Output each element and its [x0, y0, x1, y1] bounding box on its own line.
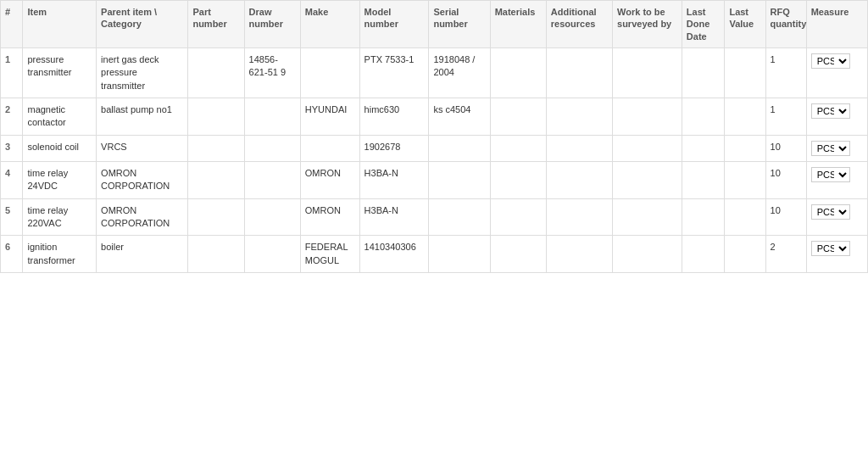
cell-item: solenoid coil: [23, 135, 97, 161]
cell-parent: OMRON CORPORATION: [97, 198, 188, 236]
cell-additional: [546, 98, 612, 136]
cell-additional: [546, 135, 612, 161]
cell-draw: [244, 98, 300, 136]
measure-select[interactable]: PCSSETMTRKGLTR: [811, 141, 850, 156]
cell-part: [188, 161, 244, 198]
cell-model: H3BA-N: [359, 198, 429, 236]
cell-part: [188, 47, 244, 98]
cell-rfq: 2: [765, 236, 806, 273]
cell-num: 3: [1, 135, 23, 161]
col-header-parent: Parent item \ Category: [97, 1, 188, 48]
measure-select[interactable]: PCSSETMTRKGLTR: [811, 103, 850, 119]
cell-make: OMRON: [300, 198, 359, 236]
measure-select[interactable]: PCSSETMTRKGLTR: [811, 241, 850, 256]
cell-item: time relay 24VDC: [23, 161, 97, 198]
cell-additional: [546, 47, 612, 98]
cell-lastdone: [682, 236, 725, 273]
cell-draw: 14856-621-51 9: [244, 47, 300, 98]
table-row: 3solenoid coilVRCS190267810PCSSETMTRKGLT…: [1, 135, 868, 161]
items-table: #ItemParent item \ CategoryPart numberDr…: [0, 0, 868, 273]
cell-model: PTX 7533-1: [359, 47, 429, 98]
col-header-serial: Serial number: [429, 1, 490, 48]
col-header-num: #: [1, 1, 23, 48]
cell-parent: boiler: [97, 236, 188, 273]
cell-lastdone: [682, 161, 725, 198]
table-row: 5time relay 220VACOMRON CORPORATIONOMRON…: [1, 198, 868, 236]
col-header-additional: Additional resources: [546, 1, 612, 48]
cell-make: FEDERAL MOGUL: [300, 236, 359, 273]
measure-select[interactable]: PCSSETMTRKGLTR: [811, 204, 850, 220]
cell-rfq: 1: [765, 47, 806, 98]
cell-rfq: 1: [765, 98, 806, 136]
cell-lastval: [725, 236, 765, 273]
cell-serial: ks c4504: [429, 98, 490, 136]
cell-make: [300, 47, 359, 98]
cell-lastval: [725, 161, 765, 198]
table-header-row: #ItemParent item \ CategoryPart numberDr…: [1, 1, 868, 48]
cell-make: [300, 135, 359, 161]
cell-draw: [244, 161, 300, 198]
cell-lastval: [725, 98, 765, 136]
col-header-lastval: Last Value: [725, 1, 765, 48]
cell-item: ignition transformer: [23, 236, 97, 273]
cell-materials: [490, 47, 546, 98]
cell-lastdone: [682, 135, 725, 161]
cell-part: [188, 135, 244, 161]
cell-serial: 1918048 / 2004: [429, 47, 490, 98]
cell-workto: [613, 236, 682, 273]
cell-num: 2: [1, 98, 23, 136]
cell-item: magnetic contactor: [23, 98, 97, 136]
cell-workto: [613, 98, 682, 136]
cell-measure[interactable]: PCSSETMTRKGLTR: [806, 98, 867, 136]
cell-parent: VRCS: [97, 135, 188, 161]
table-row: 4time relay 24VDCOMRON CORPORATIONOMRONH…: [1, 161, 868, 198]
cell-rfq: 10: [765, 198, 806, 236]
col-header-model: Model number: [359, 1, 429, 48]
cell-draw: [244, 236, 300, 273]
cell-serial: [429, 135, 490, 161]
cell-lastdone: [682, 198, 725, 236]
col-header-materials: Materials: [490, 1, 546, 48]
cell-additional: [546, 198, 612, 236]
cell-make: OMRON: [300, 161, 359, 198]
cell-draw: [244, 135, 300, 161]
col-header-item: Item: [23, 1, 97, 48]
cell-measure[interactable]: PCSSETMTRKGLTR: [806, 135, 867, 161]
cell-draw: [244, 198, 300, 236]
cell-model: himc630: [359, 98, 429, 136]
cell-additional: [546, 236, 612, 273]
cell-measure[interactable]: PCSSETMTRKGLTR: [806, 198, 867, 236]
cell-part: [188, 198, 244, 236]
cell-measure[interactable]: PCSSETMTRKGLTR: [806, 47, 867, 98]
cell-part: [188, 98, 244, 136]
cell-serial: [429, 161, 490, 198]
measure-select[interactable]: PCSSETMTRKGLTR: [811, 167, 850, 182]
cell-make: HYUNDAI: [300, 98, 359, 136]
cell-lastdone: [682, 98, 725, 136]
cell-lastval: [725, 198, 765, 236]
cell-measure[interactable]: PCSSETMTRKGLTR: [806, 161, 867, 198]
cell-serial: [429, 198, 490, 236]
cell-materials: [490, 161, 546, 198]
cell-item: pressure transmitter: [23, 47, 97, 98]
cell-materials: [490, 236, 546, 273]
cell-num: 1: [1, 47, 23, 98]
col-header-make: Make: [300, 1, 359, 48]
col-header-measure: Measure: [806, 1, 867, 48]
cell-rfq: 10: [765, 161, 806, 198]
cell-materials: [490, 198, 546, 236]
cell-num: 6: [1, 236, 23, 273]
main-table-container: #ItemParent item \ CategoryPart numberDr…: [0, 0, 868, 273]
cell-materials: [490, 98, 546, 136]
cell-workto: [613, 161, 682, 198]
table-row: 2magnetic contactorballast pump no1HYUND…: [1, 98, 868, 136]
cell-rfq: 10: [765, 135, 806, 161]
cell-workto: [613, 47, 682, 98]
measure-select[interactable]: PCSSETMTRKGLTR: [811, 53, 850, 69]
table-body: 1pressure transmitterinert gas deck pres…: [1, 47, 868, 272]
cell-lastdone: [682, 47, 725, 98]
cell-measure[interactable]: PCSSETMTRKGLTR: [806, 236, 867, 273]
cell-parent: OMRON CORPORATION: [97, 161, 188, 198]
col-header-part: Part number: [188, 1, 244, 48]
cell-lastval: [725, 47, 765, 98]
